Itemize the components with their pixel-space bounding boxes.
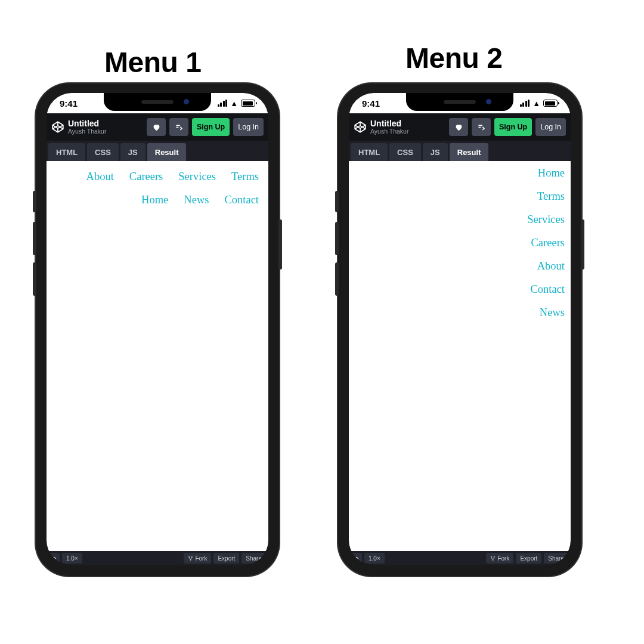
pen-title: Untitled: [370, 119, 445, 128]
tab-css[interactable]: CSS: [87, 143, 119, 161]
heading-menu-1: Menu 1: [104, 46, 201, 79]
status-indicators: ▲: [218, 100, 255, 107]
nav-link-terms[interactable]: Terms: [231, 171, 259, 183]
nav-link-careers[interactable]: Careers: [129, 171, 163, 183]
login-button[interactable]: Log In: [535, 118, 566, 136]
codepen-logo-icon[interactable]: [51, 120, 64, 134]
nav-link-contact[interactable]: Contact: [224, 194, 259, 206]
svg-point-13: [491, 556, 493, 558]
result-pane: About Careers Services Terms Home News C…: [47, 161, 268, 551]
phone-screen: 9:41 ▲ Untitled Ayush Thakur Sign Up L: [349, 93, 571, 565]
battery-icon: [241, 100, 255, 107]
fork-button[interactable]: Fork: [486, 553, 513, 564]
svg-point-7: [190, 559, 191, 561]
side-button-icon: [33, 222, 36, 255]
phone-screen: 9:41 ▲ Untitled Ayush Thakur Sign Up L: [47, 93, 268, 565]
nav-link-home[interactable]: Home: [538, 167, 565, 179]
nav-link-about[interactable]: About: [537, 260, 565, 273]
signup-button[interactable]: Sign Up: [494, 118, 532, 136]
svg-point-6: [191, 556, 193, 558]
tab-result[interactable]: Result: [147, 143, 187, 161]
status-time: 9:41: [362, 98, 380, 109]
heading-menu-2: Menu 2: [405, 42, 502, 75]
cellular-icon: [520, 100, 530, 107]
zoom-indicator[interactable]: 1.0×: [364, 553, 385, 564]
side-button-icon: [33, 262, 36, 296]
export-button[interactable]: Export: [213, 553, 239, 564]
signup-button[interactable]: Sign Up: [192, 118, 230, 136]
demo-menu-1: About Careers Services Terms Home News C…: [47, 161, 268, 208]
pen-author: Ayush Thakur: [68, 128, 143, 135]
pen-author: Ayush Thakur: [370, 128, 445, 135]
format-button[interactable]: [169, 118, 188, 136]
svg-point-5: [189, 556, 190, 558]
codepen-header: Untitled Ayush Thakur Sign Up Log In: [349, 113, 571, 141]
nav-link-home[interactable]: Home: [141, 194, 168, 206]
side-button-icon: [335, 262, 339, 296]
wifi-icon: ▲: [532, 100, 540, 107]
side-button-icon: [335, 222, 339, 255]
format-button[interactable]: [472, 118, 491, 136]
nav-link-contact[interactable]: Contact: [530, 283, 565, 296]
codepen-tabs: HTML CSS JS Result: [349, 141, 571, 161]
like-button[interactable]: [449, 118, 468, 136]
status-time: 9:41: [60, 98, 78, 109]
nav-link-news[interactable]: News: [184, 194, 209, 206]
tab-html[interactable]: HTML: [48, 143, 85, 161]
like-button[interactable]: [147, 118, 166, 136]
nav-link-terms[interactable]: Terms: [537, 190, 565, 203]
side-button-icon: [335, 191, 339, 212]
result-pane: Home Terms Services Careers About Contac…: [349, 161, 571, 551]
side-button-icon: [278, 219, 282, 270]
phone-mockup-2: 9:41 ▲ Untitled Ayush Thakur Sign Up L: [338, 83, 581, 576]
codepen-tabs: HTML CSS JS Result: [47, 141, 268, 161]
tab-js[interactable]: JS: [423, 143, 448, 161]
svg-point-14: [494, 556, 495, 558]
nav-link-services[interactable]: Services: [178, 171, 216, 183]
codepen-logo-icon[interactable]: [354, 120, 367, 134]
battery-icon: [543, 100, 558, 107]
login-button[interactable]: Log In: [233, 118, 264, 136]
demo-menu-2: Home Terms Services Careers About Contac…: [527, 167, 565, 319]
wifi-icon: ▲: [230, 100, 238, 107]
notch-icon: [406, 93, 513, 111]
svg-point-15: [493, 559, 494, 561]
cellular-icon: [218, 100, 228, 107]
tab-css[interactable]: CSS: [389, 143, 421, 161]
tab-js[interactable]: JS: [120, 143, 145, 161]
pen-title: Untitled: [68, 119, 143, 128]
notch-icon: [104, 93, 211, 111]
tab-html[interactable]: HTML: [351, 143, 388, 161]
fork-button[interactable]: Fork: [184, 553, 211, 564]
nav-link-about[interactable]: About: [86, 171, 114, 183]
nav-link-services[interactable]: Services: [527, 213, 565, 226]
side-button-icon: [581, 219, 584, 270]
export-button[interactable]: Export: [516, 553, 541, 564]
nav-link-news[interactable]: News: [540, 306, 565, 319]
tab-result[interactable]: Result: [450, 143, 489, 161]
codepen-footer: 1.0× Fork Export Share: [349, 551, 571, 565]
codepen-footer: 1.0× Fork Export Share: [47, 551, 268, 565]
phone-mockup-1: 9:41 ▲ Untitled Ayush Thakur Sign Up L: [36, 83, 279, 576]
status-indicators: ▲: [520, 100, 558, 107]
nav-link-careers[interactable]: Careers: [531, 237, 565, 249]
zoom-indicator[interactable]: 1.0×: [62, 553, 82, 564]
codepen-header: Untitled Ayush Thakur Sign Up Log In: [47, 113, 268, 141]
side-button-icon: [33, 191, 36, 212]
